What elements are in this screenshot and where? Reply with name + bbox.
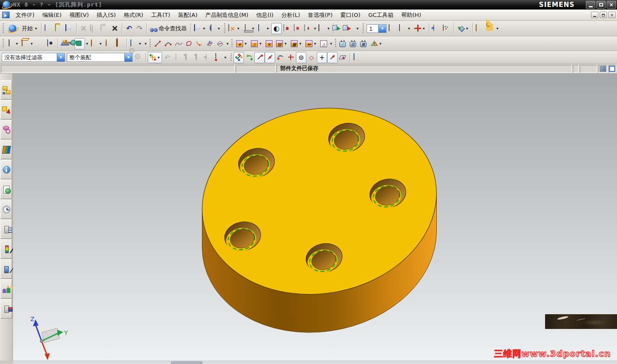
chevron-down-icon[interactable]: ▼	[283, 42, 288, 45]
history-tab[interactable]	[0, 200, 12, 219]
close-button[interactable]: ×	[607, 1, 616, 9]
save-options-button[interactable]: ▼	[193, 23, 208, 34]
chevron-down-icon[interactable]: ▼	[223, 56, 227, 59]
line-button[interactable]	[153, 38, 163, 49]
toolbar-overflow-icon[interactable]: ▼	[225, 42, 230, 45]
chevron-down-icon[interactable]: ▼	[236, 27, 240, 30]
chevron-down-icon[interactable]: ▼	[217, 27, 221, 30]
graphics-window[interactable]: Z Y X 三维网www.3dportal.cn	[13, 74, 617, 361]
chevron-down-icon[interactable]: ▼	[313, 27, 317, 30]
intersection-snap-button[interactable]	[286, 52, 296, 63]
edge-blend-button[interactable]: ▼	[89, 38, 104, 49]
unite-button[interactable]	[75, 38, 85, 49]
properties-button[interactable]: i▼	[208, 23, 222, 34]
point-on-curve-snap-button[interactable]	[327, 52, 338, 63]
chevron-down-icon[interactable]: ▼	[57, 53, 65, 61]
chevron-down-icon[interactable]: ▼	[465, 27, 469, 30]
chevron-down-icon[interactable]: ▼	[124, 53, 132, 61]
arc-center-snap-button[interactable]: ⊙	[296, 52, 306, 63]
layer-visible-button[interactable]: ▼	[398, 23, 412, 34]
document-system-icon[interactable]	[2, 12, 10, 18]
constraint-navigator-tab[interactable]	[0, 100, 12, 119]
mirror-feature-button[interactable]: ▼	[369, 38, 384, 49]
endpoint-snap-button[interactable]	[254, 52, 265, 63]
arc-button[interactable]	[163, 38, 173, 49]
shaded-view-button[interactable]: ▼	[257, 23, 271, 34]
rendering-style-toggle[interactable]: ◐	[271, 23, 282, 34]
reuse-library-tab[interactable]	[0, 140, 12, 159]
menu-tools[interactable]: 工具(T)	[147, 10, 174, 20]
measure-distance-button[interactable]	[474, 23, 485, 34]
toolbar-grip[interactable]	[149, 39, 151, 48]
fit-view-button[interactable]: ×▼	[227, 23, 242, 34]
measure-angle-button[interactable]	[485, 23, 495, 34]
chevron-down-icon[interactable]: ▼	[244, 42, 248, 45]
spreadsheet-button[interactable]: ▦	[359, 38, 369, 49]
roles-tab[interactable]	[0, 279, 12, 299]
wireframe-button[interactable]	[292, 23, 302, 34]
show-hide-button[interactable]	[431, 23, 442, 34]
menu-information[interactable]: 信息(I)	[252, 10, 277, 20]
chevron-down-icon[interactable]: ▼	[266, 27, 270, 30]
zoom-view-button[interactable]: ▼	[242, 23, 257, 34]
gallery-tab[interactable]	[0, 299, 12, 319]
marquee-select-button[interactable]: ▼	[214, 52, 229, 63]
materials-tab[interactable]	[0, 239, 12, 259]
grid-display-icon[interactable]	[600, 66, 606, 72]
toolbar-grip[interactable]	[231, 39, 233, 48]
delete-face-button[interactable]: ×	[264, 38, 274, 49]
web-browser-tab[interactable]	[0, 180, 12, 199]
horizontal-scrollbar[interactable]	[0, 361, 617, 364]
chevron-down-icon[interactable]: ▼	[85, 42, 89, 45]
menu-format[interactable]: 格式(R)	[120, 10, 147, 20]
mdi-close-button[interactable]: ×	[608, 12, 616, 18]
toolbar-grip[interactable]	[2, 23, 4, 34]
snapshot-view-button[interactable]: ▼	[346, 23, 361, 34]
undo-button[interactable]: ↶	[124, 23, 134, 34]
move-object-button[interactable]: ▼	[456, 23, 471, 34]
toolbar-grip[interactable]	[334, 39, 337, 48]
chevron-down-icon[interactable]: ▼	[258, 42, 263, 45]
examine-geometry-button[interactable]: ✓	[338, 38, 348, 49]
chevron-down-icon[interactable]: ▼	[378, 25, 386, 32]
chevron-down-icon[interactable]: ▼	[355, 27, 360, 30]
profile-button[interactable]	[184, 38, 194, 49]
enable-snap-button[interactable]	[234, 52, 244, 63]
hidden-edges-button[interactable]	[282, 23, 292, 34]
toolbar-grip[interactable]	[230, 53, 232, 61]
menu-file[interactable]: 文件(F)	[12, 10, 39, 20]
object-display-button[interactable]	[442, 23, 452, 34]
toolbar-overflow-icon[interactable]: ▼	[143, 42, 148, 45]
menu-help[interactable]: 帮助(H)	[397, 10, 425, 20]
nx-menu-button[interactable]	[6, 23, 19, 34]
point-on-face-snap-button[interactable]	[338, 52, 348, 63]
chevron-down-icon[interactable]: ▼	[34, 27, 38, 30]
wcs-display-button[interactable]: ▼	[412, 23, 427, 34]
chevron-down-icon[interactable]: ▼	[15, 42, 19, 45]
part-navigator-tab[interactable]	[0, 120, 12, 139]
shell-button[interactable]	[114, 38, 125, 49]
edit-display-cube-button[interactable]	[302, 23, 313, 34]
chevron-down-icon[interactable]: ▼	[378, 42, 383, 45]
toolbar-grip[interactable]	[362, 23, 364, 34]
save-button[interactable]	[64, 23, 75, 34]
layer-settings-button[interactable]	[387, 23, 398, 34]
spline-button[interactable]	[173, 38, 184, 49]
chevron-down-icon[interactable]: ▼	[407, 27, 411, 30]
minimize-button[interactable]	[586, 1, 595, 9]
datum-plane-button[interactable]	[205, 38, 215, 49]
open-button[interactable]	[54, 23, 64, 34]
process-studio-tab[interactable]	[0, 219, 12, 239]
menu-edit[interactable]: 编辑(E)	[39, 10, 65, 20]
fixed-datum-button[interactable]	[215, 38, 225, 49]
menu-gc-toolbox[interactable]: GC工具箱	[364, 10, 397, 20]
start-button[interactable]: 开始▼	[19, 23, 39, 34]
chevron-down-icon[interactable]: ▼	[98, 42, 103, 45]
linear-dimension-button[interactable]: ↔▼	[304, 38, 318, 49]
chevron-down-icon[interactable]: ▼	[138, 42, 142, 45]
chevron-down-icon[interactable]: ▼	[29, 42, 34, 45]
shell-face-button[interactable]: △	[318, 38, 329, 49]
toolbar-grip[interactable]	[224, 23, 226, 34]
chevron-down-icon[interactable]: ▼	[156, 56, 161, 59]
chevron-down-icon[interactable]: ▼	[298, 42, 302, 45]
